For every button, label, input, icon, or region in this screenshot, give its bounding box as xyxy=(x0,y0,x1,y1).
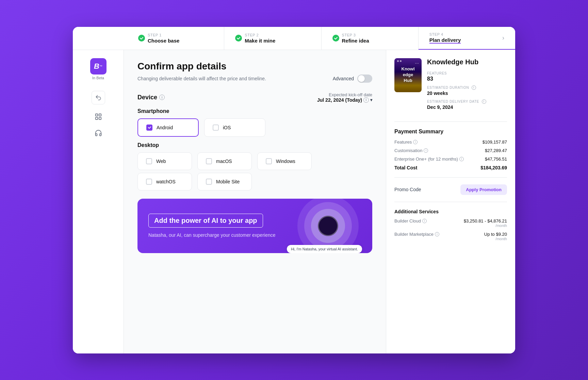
windows-checkbox xyxy=(266,158,272,164)
service-label-marketplace: Builder Marketplace i xyxy=(394,232,439,237)
service-row-cloud: Builder Cloud i $3,250.81 - $4,876.21 /m… xyxy=(394,218,507,228)
stepper-next-icon[interactable]: › xyxy=(502,34,504,42)
web-checkbox xyxy=(146,158,152,164)
payment-row-custom: Customisation i $27,289.47 xyxy=(394,148,507,153)
app-container: STEP 1 Choose base STEP 2 Make it mine S… xyxy=(73,27,515,353)
panel-divider-3 xyxy=(394,202,507,202)
step-3-check xyxy=(332,35,339,42)
additional-services-title: Additional Services xyxy=(394,209,507,214)
option-windows[interactable]: Windows xyxy=(257,152,312,170)
payment-label-custom: Customisation i xyxy=(394,148,428,153)
service-value-cloud: $3,250.81 - $4,876.21 /month xyxy=(464,218,507,228)
smartphone-title: Smartphone xyxy=(137,108,372,114)
delivery-meta: ESTIMATED DELIVERY DATE i Dec 9, 2024 xyxy=(427,99,507,110)
kickoff-date-section: Expected kick-off date Jul 22, 2024 (Tod… xyxy=(317,92,372,103)
marketplace-info-icon[interactable]: i xyxy=(435,232,439,236)
payment-value-custom: $27,289.47 xyxy=(485,148,507,153)
payment-row-enterprise: Enterprise One+ (for 12 months) i $47,75… xyxy=(394,156,507,162)
option-watchos[interactable]: watchOS xyxy=(137,173,192,191)
option-ios[interactable]: iOS xyxy=(204,118,265,137)
features-label: FEATURES xyxy=(427,71,507,75)
advanced-toggle-switch[interactable] xyxy=(357,75,372,83)
grid-icon[interactable] xyxy=(92,110,105,123)
stepper: STEP 1 Choose base STEP 2 Make it mine S… xyxy=(73,27,515,50)
duration-value: 20 weeks xyxy=(427,90,507,96)
web-label: Web xyxy=(156,159,166,164)
step-1[interactable]: STEP 1 Choose base xyxy=(127,27,224,50)
features-meta: FEATURES 83 xyxy=(427,71,507,82)
device-info-icon[interactable]: i xyxy=(159,95,165,100)
step-3[interactable]: STEP 3 Refine idea xyxy=(322,27,419,50)
windows-label: Windows xyxy=(276,159,295,164)
app-preview: ··· KnowledgeHub Knowledge Hub FEATURES … xyxy=(394,58,507,113)
svg-rect-3 xyxy=(99,117,101,119)
service-row-marketplace: Builder Marketplace i Up to $9.20 /month xyxy=(394,232,507,241)
back-button[interactable] xyxy=(92,91,105,104)
payment-value-features: $109,157.87 xyxy=(483,139,507,145)
ai-banner[interactable]: Add the power of AI to your app Natasha,… xyxy=(137,199,372,253)
service-label-cloud: Builder Cloud i xyxy=(394,218,427,224)
payment-title: Payment Summary xyxy=(394,129,507,135)
natasha-bubble: Hi, I'm Natasha, your virtual AI assista… xyxy=(287,245,362,253)
thumb-text: KnowledgeHub xyxy=(399,64,418,86)
mobilesite-checkbox xyxy=(206,179,212,185)
enterprise-payment-info[interactable]: i xyxy=(459,157,464,161)
cloud-info-icon[interactable]: i xyxy=(422,219,427,223)
device-title: Device i xyxy=(137,94,165,101)
app-info: Knowledge Hub FEATURES 83 ESTIMATED DURA… xyxy=(427,58,507,113)
advanced-label: Advanced xyxy=(333,76,354,81)
payment-total-row: Total Cost $184,203.69 xyxy=(394,165,507,170)
thumb-dots xyxy=(397,60,402,62)
app-name: Knowledge Hub xyxy=(427,58,507,66)
duration-info[interactable]: i xyxy=(472,85,476,90)
logo-area: B™ In Beta xyxy=(87,55,109,83)
step-2-number: STEP 2 xyxy=(245,33,275,37)
content-area: Confirm app details Changing deliverable… xyxy=(124,50,386,353)
step-2[interactable]: STEP 2 Make it mine xyxy=(224,27,321,50)
promo-label: Promo Code xyxy=(394,187,421,192)
ai-banner-content: Add the power of AI to your app Natasha,… xyxy=(148,214,361,238)
apply-promotion-button[interactable]: Apply Promotion xyxy=(460,184,507,195)
custom-payment-info[interactable]: i xyxy=(424,148,428,153)
mobilesite-label: Mobile Site xyxy=(216,179,240,184)
delivery-label: ESTIMATED DELIVERY DATE i xyxy=(427,99,507,104)
service-value-marketplace: Up to $9.20 /month xyxy=(484,232,507,241)
smartphone-options: Android iOS xyxy=(137,118,372,137)
payment-total-value: $184,203.69 xyxy=(480,165,507,170)
step-1-number: STEP 1 xyxy=(148,33,179,37)
ai-banner-title-box: Add the power of AI to your app xyxy=(148,214,263,228)
kickoff-chevron[interactable]: ▾ xyxy=(370,98,372,102)
option-macos[interactable]: macOS xyxy=(197,152,252,170)
watchos-label: watchOS xyxy=(156,179,176,184)
ai-banner-subtitle: Natasha, our AI, can supercharge your cu… xyxy=(148,232,361,238)
features-payment-info[interactable]: i xyxy=(413,140,418,144)
macos-label: macOS xyxy=(216,159,232,164)
desktop-options: Web macOS Windows xyxy=(137,152,372,170)
payment-value-enterprise: $47,756.51 xyxy=(485,156,507,162)
delivery-value: Dec 9, 2024 xyxy=(427,104,507,110)
watchos-checkbox xyxy=(146,179,152,185)
step-2-label: Make it mine xyxy=(245,38,275,44)
android-label: Android xyxy=(157,125,173,130)
svg-rect-1 xyxy=(99,114,101,116)
ios-label: iOS xyxy=(223,125,231,130)
option-mobilesite[interactable]: Mobile Site xyxy=(197,173,252,191)
duration-meta: ESTIMATED DURATION i 20 weeks xyxy=(427,85,507,96)
desktop-options-row2: watchOS Mobile Site xyxy=(137,173,372,191)
step-4-number: STEP 4 xyxy=(429,32,461,36)
headset-icon[interactable] xyxy=(92,126,105,140)
logo: B™ xyxy=(90,58,107,75)
page-subtitle: Changing deliverable details will affect… xyxy=(137,75,372,83)
android-checkbox xyxy=(146,125,152,131)
sidebar: B™ In Beta xyxy=(73,50,124,353)
payment-label-enterprise: Enterprise One+ (for 12 months) i xyxy=(394,156,464,162)
option-android[interactable]: Android xyxy=(137,118,199,137)
macos-checkbox xyxy=(206,158,212,164)
delivery-info[interactable]: i xyxy=(482,99,486,104)
step-4[interactable]: STEP 4 Plan delivery › xyxy=(419,27,515,50)
toggle-knob xyxy=(358,75,365,82)
logo-label: In Beta xyxy=(92,76,104,80)
kickoff-date-value[interactable]: Jul 22, 2024 (Today) i ▾ xyxy=(317,97,372,103)
kickoff-info-icon[interactable]: i xyxy=(363,97,369,103)
option-web[interactable]: Web xyxy=(137,152,192,170)
